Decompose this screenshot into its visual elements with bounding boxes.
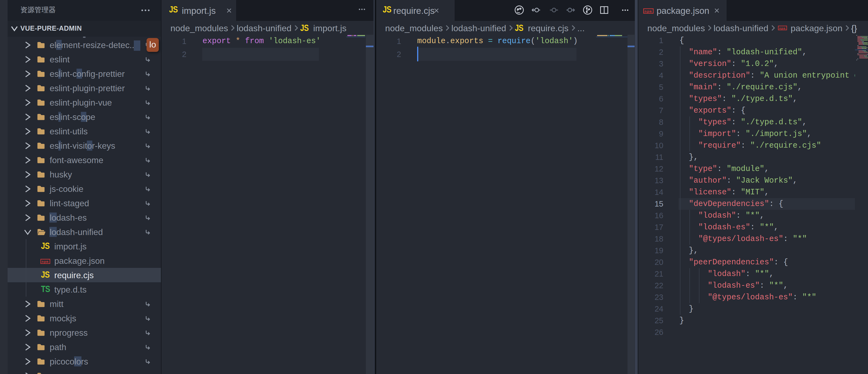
- svg-text:npm: npm: [779, 27, 785, 30]
- svg-text:npm: npm: [41, 260, 49, 264]
- svg-text:npm: npm: [645, 9, 652, 13]
